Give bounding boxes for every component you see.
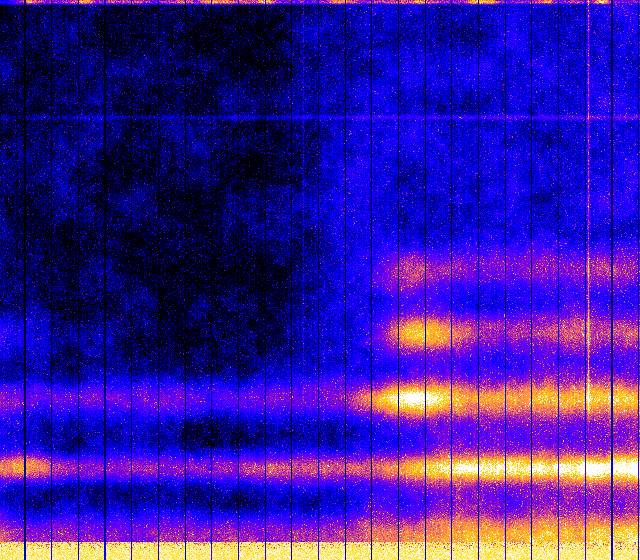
spectrogram-canvas — [0, 0, 640, 560]
spectrogram-panel — [0, 0, 640, 560]
